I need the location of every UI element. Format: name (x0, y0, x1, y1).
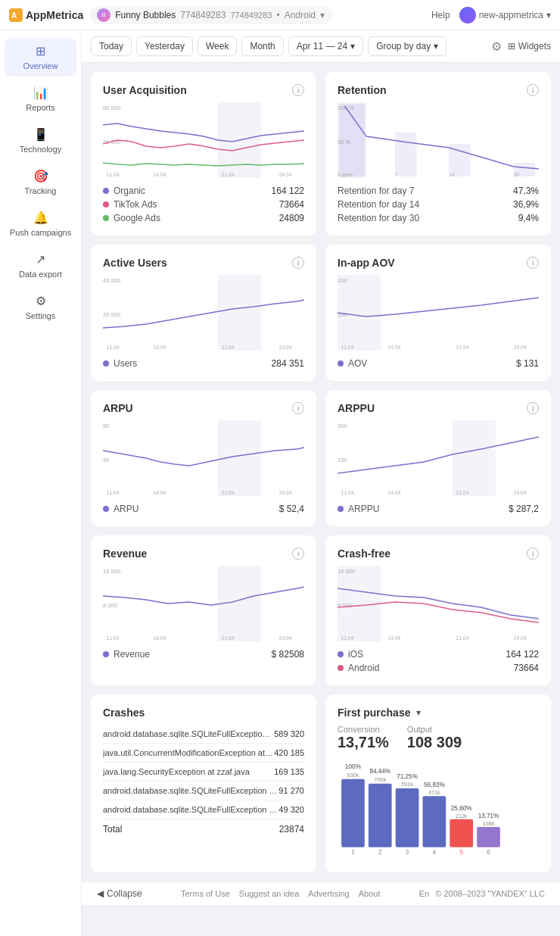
sidebar-item-technology[interactable]: 📱 Technology (5, 121, 76, 160)
revenue-info-icon[interactable]: i (292, 548, 304, 560)
retention-title: Retention (338, 84, 387, 96)
tiktok-value: 73664 (279, 199, 304, 210)
au-info-icon[interactable]: i (292, 257, 304, 269)
fp-dropdown[interactable]: ▾ (416, 707, 421, 718)
user-menu[interactable]: new-appmetrica ▾ (459, 7, 551, 23)
sidebar-item-tracking[interactable]: 🎯 Tracking (5, 163, 76, 201)
language-selector[interactable]: En (419, 889, 429, 898)
android-dot (338, 665, 344, 671)
svg-text:40 000: 40 000 (103, 277, 121, 284)
svg-text:300: 300 (338, 423, 347, 429)
svg-text:14.04: 14.04 (154, 172, 166, 177)
arppu-legend-item: ARPPU (338, 504, 379, 514)
chevron-down-icon: ▾ (434, 41, 438, 51)
ret-day30-label: Retention for day 30 (338, 213, 419, 223)
crash-count: 169 135 (274, 767, 304, 776)
fp-stats: Conversion 13,71% Output 108 309 (338, 725, 539, 751)
chevron-down-icon: ▾ (546, 10, 551, 20)
sidebar-item-settings[interactable]: ⚙ Settings (5, 288, 76, 326)
filter-yesterday[interactable]: Yesterday (136, 36, 193, 56)
sidebar-item-overview[interactable]: ⊞ Overview (5, 38, 76, 76)
collapse-arrow-icon: ◀ (97, 888, 104, 899)
svg-rect-76 (450, 819, 473, 847)
legend-tiktok: TikTok Ads (103, 199, 157, 210)
svg-text:5: 5 (459, 849, 463, 856)
filter-date-range[interactable]: Apr 11 — 24 ▾ (288, 36, 363, 56)
svg-rect-13 (395, 133, 417, 176)
android-label: Android (348, 663, 379, 673)
filter-today[interactable]: Today (91, 36, 132, 56)
svg-text:2: 2 (378, 849, 382, 856)
legend-row: ARPU $ 52,4 (103, 504, 304, 514)
overview-icon: ⊞ (36, 44, 45, 58)
svg-text:11.04: 11.04 (107, 635, 120, 641)
arpu-header: ARPU i (103, 402, 304, 414)
sidebar-label-data-export: Data export (19, 270, 62, 279)
logo-text: AppMetrica (26, 9, 83, 21)
sidebar-label-reports: Reports (26, 103, 55, 112)
organic-label: Organic (114, 186, 145, 196)
filter-week[interactable]: Week (198, 36, 237, 56)
sidebar-item-push[interactable]: 🔔 Push campaigns (5, 204, 76, 243)
svg-text:0 день: 0 день (338, 172, 353, 178)
svg-text:21.04: 21.04 (222, 345, 235, 350)
app-layout: ⊞ Overview 📊 Reports 📱 Technology 🎯 Trac… (0, 30, 560, 936)
au-legend: Users 284 351 (103, 358, 304, 369)
sidebar-label-technology: Technology (20, 145, 62, 154)
svg-text:591k: 591k (401, 782, 413, 788)
cf-chart: 16 000 8 000 11.04 14.04 21.04 24.04 (338, 566, 539, 641)
sidebar-item-reports[interactable]: 📊 Reports (5, 80, 76, 118)
terms-link[interactable]: Terms of Use (181, 889, 230, 898)
arpu-legend-item: ARPU (103, 504, 138, 514)
svg-text:21.04: 21.04 (456, 635, 469, 641)
au-title: Active Users (103, 257, 167, 269)
retention-card: Retention i 100 % 50 % (325, 72, 551, 236)
sidebar-label-settings: Settings (26, 311, 56, 320)
legend-row: Revenue $ 82508 (103, 649, 304, 660)
svg-text:3: 3 (406, 849, 409, 856)
collapse-button[interactable]: ◀ Collapse (97, 888, 142, 899)
aov-info-icon[interactable]: i (527, 257, 539, 269)
tiktok-dot (103, 201, 109, 207)
app-icon: B (97, 8, 110, 22)
app-selector[interactable]: B Funny Bubbles 774849283 774849283 • An… (89, 6, 332, 24)
export-icon: ↗ (36, 252, 45, 267)
sidebar: ⊞ Overview 📊 Reports 📱 Technology 🎯 Trac… (0, 30, 82, 936)
topbar-right: Help new-appmetrica ▾ (431, 7, 551, 23)
fp-output: Output 108 309 (407, 725, 462, 751)
footer-right: En © 2008–2023 "YANDEX" LLC (419, 889, 545, 898)
svg-text:80: 80 (103, 423, 110, 429)
about-link[interactable]: About (359, 889, 381, 898)
users-value: 284 351 (272, 358, 304, 369)
users-dot (103, 360, 109, 367)
retention-info-icon[interactable]: i (527, 84, 539, 96)
crashes-card: Crashes android.database.sqlite.SQLiteFu… (91, 694, 316, 872)
sidebar-item-data-export[interactable]: ↗ Data export (5, 246, 76, 285)
row-2: Active Users i 40 000 20 000 11.04 14.04… (91, 245, 551, 381)
android-value: 73664 (514, 663, 539, 673)
ua-info-icon[interactable]: i (292, 84, 304, 96)
revenue-title: Revenue (103, 548, 147, 560)
cf-info-icon[interactable]: i (527, 548, 539, 560)
svg-text:471k: 471k (428, 790, 440, 796)
advertising-link[interactable]: Advertising (308, 889, 349, 898)
ua-chart: 60 000 30 000 11.04 14.04 21.04 24.04 (103, 102, 304, 178)
crash-row: java.lang.SecurityException at zzaf.java… (103, 763, 304, 782)
widgets-button[interactable]: ⊞ Widgets (508, 41, 551, 51)
legend-row: Retention for day 7 47,3% (338, 186, 539, 196)
filter-options-icon[interactable]: ⚙ (491, 39, 502, 54)
filter-month[interactable]: Month (241, 36, 283, 56)
help-button[interactable]: Help (431, 10, 450, 20)
output-value: 108 309 (407, 734, 462, 751)
arpu-info-icon[interactable]: i (292, 402, 304, 414)
revenue-chart: 16 000 8 000 11.04 14.04 21.04 24.04 (103, 566, 304, 641)
crash-total: Total 23874 (103, 819, 304, 839)
suggest-link[interactable]: Suggest an idea (239, 889, 300, 898)
fp-title-area: First purchase ▾ (338, 707, 421, 719)
filter-group-by[interactable]: Group by day ▾ (368, 36, 446, 56)
ret-day30-value: 9,4% (518, 213, 539, 223)
crash-name: android.database.sqlite.SQLiteFullExcept… (103, 805, 278, 814)
legend-row: iOS 164 122 (338, 649, 539, 660)
arppu-info-icon[interactable]: i (527, 402, 539, 414)
svg-rect-64 (341, 779, 365, 847)
